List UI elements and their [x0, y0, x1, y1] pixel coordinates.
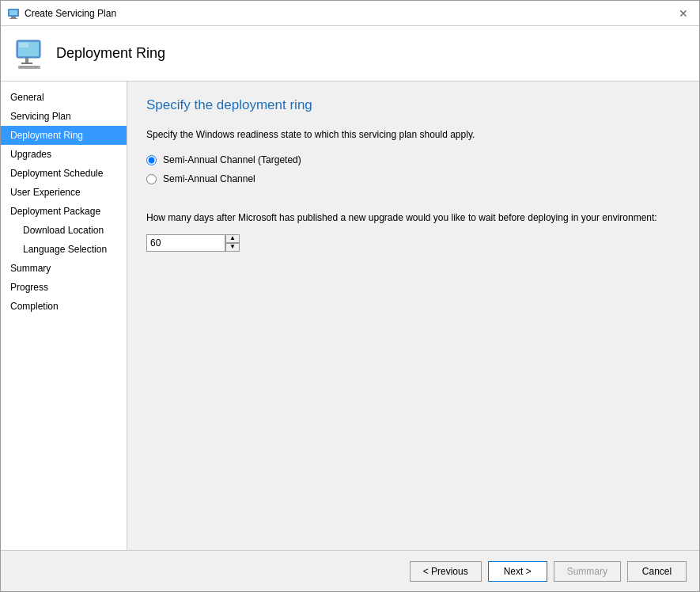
title-bar: Create Servicing Plan ✕: [1, 1, 699, 26]
svg-rect-2: [11, 17, 16, 18]
sidebar-item-progress[interactable]: Progress: [1, 278, 127, 297]
wait-label: How many days after Microsoft has publis…: [146, 211, 680, 225]
svg-rect-12: [29, 66, 33, 67]
svg-rect-3: [9, 18, 17, 19]
main-content: Specify the deployment ring Specify the …: [127, 82, 699, 550]
header-title: Deployment Ring: [56, 45, 165, 62]
svg-rect-13: [34, 66, 38, 67]
cancel-button[interactable]: Cancel: [627, 561, 687, 582]
radio-semi-annual-targeted[interactable]: [146, 155, 157, 165]
sidebar-item-general[interactable]: General: [1, 88, 127, 107]
radio-group: Semi-Annual Channel (Targeted) Semi-Annu…: [146, 154, 680, 192]
radio-semi-annual[interactable]: [146, 174, 157, 184]
radio-option-semi-annual[interactable]: Semi-Annual Channel: [146, 173, 680, 184]
close-button[interactable]: ✕: [674, 4, 693, 23]
footer: < Previous Next > Summary Cancel: [1, 550, 699, 591]
svg-rect-1: [9, 10, 17, 15]
description-text: Specify the Windows readiness state to w…: [146, 129, 680, 140]
sidebar: General Servicing Plan Deployment Ring U…: [1, 82, 127, 550]
days-input[interactable]: [146, 234, 225, 252]
svg-rect-6: [19, 43, 28, 47]
header-bar: Deployment Ring: [1, 26, 699, 82]
sidebar-item-user-experience[interactable]: User Experience: [1, 183, 127, 202]
svg-rect-7: [25, 58, 28, 63]
sidebar-item-deployment-ring[interactable]: Deployment Ring: [1, 126, 127, 145]
summary-button[interactable]: Summary: [554, 561, 621, 582]
sidebar-item-servicing-plan[interactable]: Servicing Plan: [1, 107, 127, 126]
sidebar-item-completion[interactable]: Completion: [1, 297, 127, 316]
previous-button[interactable]: < Previous: [410, 561, 482, 582]
main-window: Create Servicing Plan ✕ Deployme: [0, 0, 700, 592]
sidebar-item-summary[interactable]: Summary: [1, 259, 127, 278]
sidebar-item-upgrades[interactable]: Upgrades: [1, 145, 127, 164]
sidebar-item-deployment-schedule[interactable]: Deployment Schedule: [1, 164, 127, 183]
sidebar-item-download-location[interactable]: Download Location: [1, 221, 127, 240]
svg-rect-8: [21, 63, 32, 64]
next-button[interactable]: Next >: [488, 561, 547, 582]
header-icon: [13, 37, 47, 70]
spinner-up-button[interactable]: ▲: [225, 234, 240, 243]
spinner-down-button[interactable]: ▼: [225, 243, 240, 252]
sidebar-item-language-selection[interactable]: Language Selection: [1, 240, 127, 259]
svg-rect-11: [25, 66, 28, 67]
page-title: Specify the deployment ring: [146, 97, 680, 113]
spinner-buttons: ▲ ▼: [225, 234, 240, 252]
svg-rect-10: [20, 66, 24, 67]
content-area: General Servicing Plan Deployment Ring U…: [1, 82, 699, 550]
radio-label-semi-annual-targeted: Semi-Annual Channel (Targeted): [163, 154, 301, 165]
radio-option-semi-annual-targeted[interactable]: Semi-Annual Channel (Targeted): [146, 154, 680, 165]
window-title: Create Servicing Plan: [25, 8, 674, 19]
sidebar-item-deployment-package[interactable]: Deployment Package: [1, 202, 127, 221]
window-icon: [7, 7, 20, 20]
radio-label-semi-annual: Semi-Annual Channel: [163, 173, 255, 184]
days-spinner-container: ▲ ▼: [146, 234, 680, 252]
